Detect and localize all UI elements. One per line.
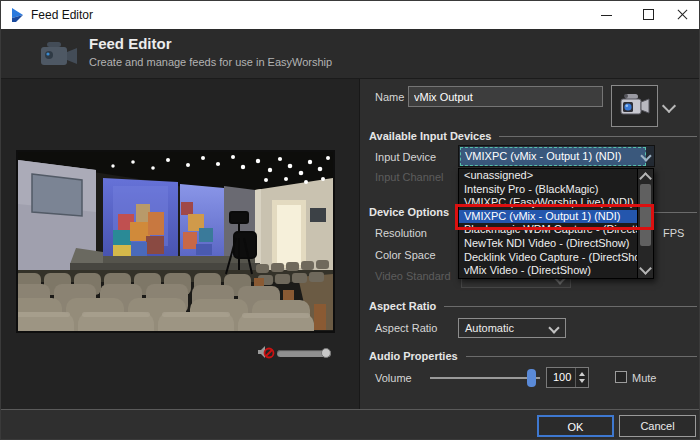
dropdown-scrollbar[interactable] — [637, 169, 653, 278]
ok-button[interactable]: OK — [537, 415, 614, 437]
chevron-down-icon — [548, 322, 559, 333]
preview-image — [18, 152, 333, 331]
preview-volume-thumb[interactable] — [321, 348, 331, 358]
dialog-header: Feed Editor Create and manage feeds for … — [1, 29, 699, 79]
dropdown-item[interactable]: <unassigned> — [459, 169, 638, 183]
volume-label: Volume — [375, 372, 412, 384]
section-available-input-devices: Available Input Devices — [369, 130, 697, 142]
maximize-button[interactable] — [633, 1, 665, 28]
input-device-value: VMIXPC (vMix - Output 1) (NDI) — [460, 147, 646, 166]
section-audio-properties: Audio Properties — [369, 350, 697, 362]
video-camera-icon — [618, 92, 652, 120]
dropdown-item[interactable]: Blackmagic WDM Capture - (DirectShow) — [459, 223, 638, 237]
dropdown-item[interactable]: Intensity Pro - (BlackMagic) — [459, 183, 638, 197]
dropdown-item[interactable]: VMIXPC (EasyWorship Live) (NDI) — [459, 196, 638, 210]
mute-checkbox[interactable] — [615, 371, 627, 383]
header-title: Feed Editor — [89, 35, 172, 52]
dropdown-item[interactable]: Decklink Video Capture - (DirectShow) — [459, 251, 638, 265]
volume-slider[interactable] — [430, 377, 540, 379]
feed-editor-dialog: Feed Editor Feed Editor Create and manag… — [0, 0, 700, 440]
video-camera-icon — [39, 39, 81, 69]
close-button[interactable] — [667, 1, 699, 28]
fps-label: FPS — [663, 227, 684, 239]
resolution-label: Resolution — [375, 227, 427, 239]
header-subtitle: Create and manage feeds for use in EasyW… — [89, 56, 332, 68]
chevron-up-icon[interactable] — [639, 172, 652, 185]
app-icon — [10, 7, 26, 23]
maximize-icon — [643, 9, 654, 20]
minimize-icon — [601, 15, 612, 16]
dropdown-item[interactable]: NewTek NDI Video - (DirectShow) — [459, 237, 638, 251]
mute-label: Mute — [632, 372, 656, 384]
video-preview — [16, 150, 335, 333]
volume-value: 100 — [553, 368, 571, 387]
aspect-ratio-label: Aspect Ratio — [375, 322, 437, 334]
name-input[interactable] — [408, 86, 603, 107]
volume-slider-thumb[interactable] — [527, 369, 536, 387]
name-label: Name — [375, 91, 404, 103]
input-device-combobox[interactable]: VMIXPC (vMix - Output 1) (NDI) — [458, 145, 655, 167]
speaker-muted-icon[interactable] — [257, 345, 275, 359]
spinner-down-icon[interactable] — [579, 379, 585, 383]
button-bar: OK Cancel — [1, 409, 699, 440]
aspect-ratio-value: Automatic — [465, 322, 514, 334]
aspect-ratio-dropdown[interactable]: Automatic — [458, 318, 566, 338]
dropdown-item[interactable]: vMix Video - (DirectShow) — [459, 264, 638, 278]
dropdown-item-selected[interactable]: VMIXPC (vMix - Output 1) (NDI) — [459, 210, 638, 224]
color-space-label: Color Space — [375, 249, 436, 261]
cancel-button[interactable]: Cancel — [619, 415, 696, 437]
input-device-dropdown-list: <unassigned> Intensity Pro - (BlackMagic… — [458, 168, 654, 279]
scrollbar-thumb[interactable] — [640, 184, 651, 246]
titlebar: Feed Editor — [1, 1, 699, 30]
volume-spinner[interactable]: 100 — [546, 367, 589, 388]
feed-type-button[interactable] — [611, 85, 658, 127]
input-channel-label: Input Channel — [375, 171, 444, 183]
window-title: Feed Editor — [31, 8, 93, 22]
minimize-button[interactable] — [591, 1, 623, 28]
video-standard-label: Video Standard — [375, 270, 451, 282]
spinner-up-icon[interactable] — [579, 372, 585, 376]
section-aspect-ratio: Aspect Ratio — [369, 300, 697, 312]
chevron-down-icon[interactable] — [639, 262, 652, 275]
input-device-label: Input Device — [375, 151, 436, 163]
